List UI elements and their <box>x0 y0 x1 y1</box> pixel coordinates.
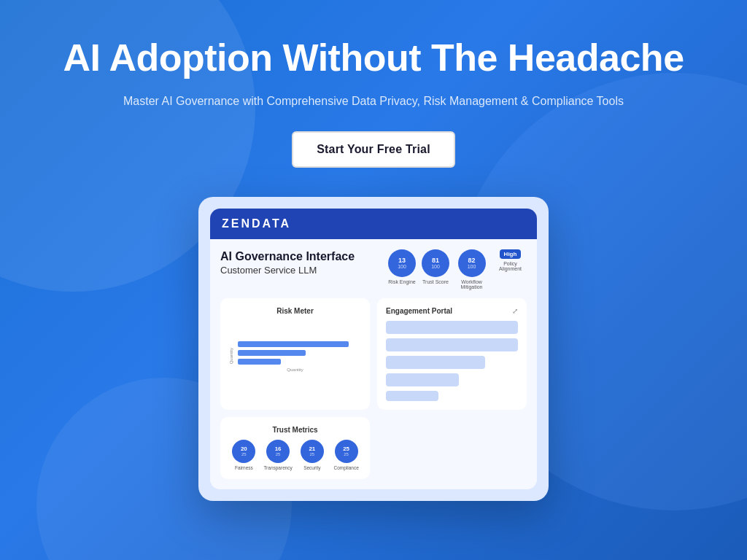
transparency-denom: 25 <box>276 452 281 456</box>
trust-metrics-grid: 20 25 Fairness 16 25 Transparency <box>229 440 361 470</box>
risk-bar-row-2 <box>238 350 361 356</box>
risk-meter-container: Quantity <box>229 321 361 365</box>
main-title: AI Adoption Without The Headache <box>63 36 684 80</box>
trust-circle: 81 100 <box>422 249 449 277</box>
expand-icon[interactable]: ⤢ <box>512 307 518 315</box>
transparency-num: 16 <box>275 446 282 452</box>
governance-title: AI Governance Interface <box>220 249 388 265</box>
engagement-panel: Engagement Portal ⤢ <box>377 298 527 410</box>
transparency-circle: 16 25 <box>266 440 290 463</box>
risk-bar-2 <box>238 350 306 356</box>
security-num: 21 <box>309 446 315 452</box>
engagement-block-3 <box>386 356 485 369</box>
risk-meter-title: Risk Meter <box>229 307 361 315</box>
security-circle: 21 25 <box>301 440 324 463</box>
engagement-block-5 <box>386 391 438 401</box>
governance-subtitle: Customer Service LLM <box>220 265 388 276</box>
workflow-circle: 82 100 <box>458 249 486 277</box>
fairness-num: 20 <box>241 446 247 452</box>
engagement-block-4 <box>386 373 459 386</box>
score-badge-trust: 81 100 Trust Score <box>422 249 449 284</box>
trust-item-transparency: 16 25 Transparency <box>263 440 293 470</box>
trust-metrics-panel: Trust Metrics 20 25 Fairness <box>220 417 370 479</box>
risk-bars <box>238 341 361 365</box>
workflow-label: Workflow Mitigation <box>455 279 488 289</box>
trust-label: Trust Score <box>422 279 449 284</box>
risk-denom: 100 <box>398 264 406 269</box>
engagement-header: Engagement Portal ⤢ <box>386 307 518 315</box>
risk-num: 13 <box>398 257 406 264</box>
trust-num: 81 <box>432 257 439 264</box>
cta-button[interactable]: Start Your Free Trial <box>292 131 455 168</box>
dashboard-card: ZENDATA AI Governance Interface Customer… <box>198 197 549 501</box>
compliance-denom: 25 <box>344 452 349 456</box>
security-label: Security <box>303 465 320 470</box>
risk-label: Risk Engine <box>388 279 415 284</box>
engagement-blocks <box>386 321 518 401</box>
score-badge-risk: 13 100 Risk Engine <box>388 249 416 284</box>
risk-bar-row-1 <box>238 341 361 347</box>
risk-meter-panel: Risk Meter Quantity <box>220 298 370 410</box>
risk-circle: 13 100 <box>388 249 416 277</box>
trust-item-security: 21 25 Security <box>298 440 328 470</box>
risk-bar-row-3 <box>238 359 361 365</box>
fairness-circle: 20 25 <box>232 440 255 463</box>
compliance-num: 25 <box>343 446 349 452</box>
score-badge-workflow: 82 100 Workflow Mitigation <box>455 249 488 289</box>
trust-metrics-title: Trust Metrics <box>229 426 361 434</box>
engagement-title: Engagement Portal <box>386 307 452 315</box>
engagement-block-2 <box>386 338 518 351</box>
compliance-circle: 25 25 <box>335 440 358 463</box>
dashboard-body: AI Governance Interface Customer Service… <box>210 239 537 489</box>
transparency-label: Transparency <box>263 465 293 470</box>
fairness-label: Fairness <box>235 465 253 470</box>
score-badges: 13 100 Risk Engine 81 100 Trust Score <box>388 249 527 289</box>
trust-item-fairness: 20 25 Fairness <box>229 440 259 470</box>
dashboard-panels: Risk Meter Quantity <box>220 298 527 479</box>
trust-item-compliance: 25 25 Compliance <box>331 440 361 470</box>
fairness-denom: 25 <box>241 452 247 456</box>
score-badge-policy: High Policy Alignment <box>494 249 527 271</box>
risk-bar-1 <box>238 341 349 347</box>
workflow-num: 82 <box>468 257 475 264</box>
engagement-block-1 <box>386 321 518 334</box>
governance-titles: AI Governance Interface Customer Service… <box>220 249 388 276</box>
hero-section: AI Adoption Without The Headache Master … <box>0 0 747 501</box>
risk-y-label: Quantity <box>229 348 233 364</box>
workflow-denom: 100 <box>468 264 476 269</box>
zendata-logo: ZENDATA <box>222 217 291 230</box>
policy-indicator: High <box>500 249 522 259</box>
compliance-label: Compliance <box>333 465 358 470</box>
risk-bar-3 <box>238 359 281 365</box>
trust-denom: 100 <box>431 264 440 269</box>
governance-title-row: AI Governance Interface Customer Service… <box>220 249 527 289</box>
subtitle: Master AI Governance with Comprehensive … <box>123 95 624 108</box>
dashboard-inner: ZENDATA AI Governance Interface Customer… <box>210 209 537 489</box>
policy-label: Policy Alignment <box>494 261 527 271</box>
dashboard-header: ZENDATA <box>210 209 537 239</box>
risk-x-label: Quantity <box>229 368 361 372</box>
security-denom: 25 <box>310 452 315 456</box>
